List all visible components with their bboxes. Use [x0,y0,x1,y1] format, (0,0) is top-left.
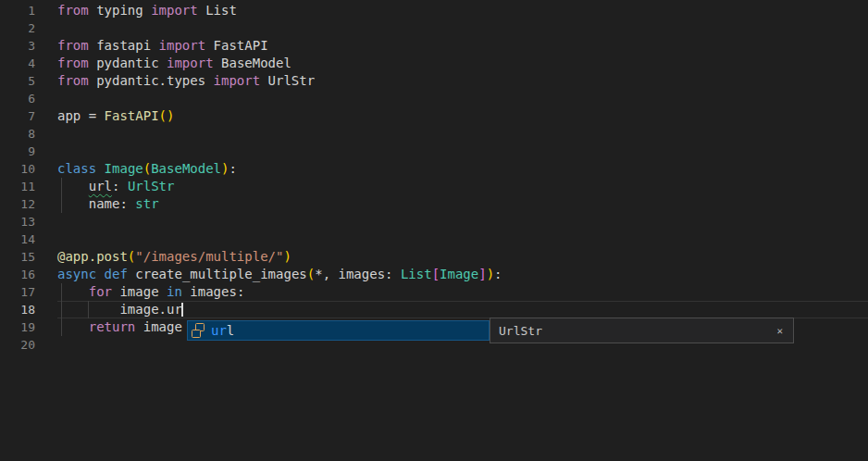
code-line: 12 name: str [0,195,868,213]
line-number[interactable]: 11 [0,178,35,195]
line-number[interactable]: 9 [0,143,35,160]
close-icon[interactable]: ✕ [775,324,785,338]
code-line: 18 image.ur [0,301,868,318]
line-number[interactable]: 5 [0,72,35,90]
line-number[interactable]: 18 [0,301,35,318]
line-number[interactable]: 13 [0,213,35,230]
code-line-text[interactable]: class Image(BaseModel): [35,160,237,178]
line-number[interactable]: 20 [0,336,35,354]
code-line-text[interactable] [35,336,57,354]
autocomplete-suggestion-url[interactable]: url [187,320,490,341]
suggestion-label: url [211,323,234,338]
code-line: 7app = FastAPI() [0,107,868,125]
field-icon [191,323,205,338]
code-line-text[interactable]: return image [35,318,182,336]
line-number[interactable]: 15 [0,248,35,266]
line-number[interactable]: 12 [0,195,35,213]
code-line-text[interactable] [35,213,57,230]
line-number[interactable]: 1 [0,2,35,19]
suggestion-details-panel: UrlStr ✕ [490,318,794,343]
code-line: 3from fastapi import FastAPI [0,37,868,55]
code-line-text[interactable]: async def create_multiple_images(*, imag… [35,266,502,283]
line-number[interactable]: 3 [0,37,35,55]
code-line-text[interactable]: from pydantic import BaseModel [35,55,291,72]
suggestion-rest-text: l [227,323,234,338]
text-cursor [181,303,183,317]
line-number[interactable]: 2 [0,19,35,37]
code-line-text[interactable]: from fastapi import FastAPI [35,37,268,55]
code-line: 11 url: UrlStr [0,178,868,195]
code-line-text[interactable]: url: UrlStr [35,178,174,195]
code-line-text[interactable] [35,143,57,160]
line-number[interactable]: 16 [0,266,35,283]
code-line-text[interactable]: for image in images: [35,283,244,301]
code-line-text[interactable]: image.ur [35,301,182,318]
code-line-text[interactable]: from pydantic.types import UrlStr [35,72,315,90]
line-number[interactable]: 19 [0,318,35,336]
code-line: 1from typing import List [0,2,868,19]
code-line-text[interactable]: from typing import List [35,2,237,19]
code-line: 17 for image in images: [0,283,868,301]
code-line: 13 [0,213,868,230]
code-line: 15@app.post("/images/multiple/") [0,248,868,266]
code-line: 10class Image(BaseModel): [0,160,868,178]
code-line-text[interactable] [35,90,57,107]
line-number[interactable]: 10 [0,160,35,178]
code-editor: 1from typing import List23from fastapi i… [0,0,868,461]
code-line-text[interactable]: @app.post("/images/multiple/") [35,248,291,266]
code-line: 5from pydantic.types import UrlStr [0,72,868,90]
code-line: 9 [0,143,868,160]
code-line: 2 [0,19,868,37]
code-line-text[interactable] [35,230,57,248]
line-number[interactable]: 6 [0,90,35,107]
code-line-text[interactable]: name: str [35,195,159,213]
suggestion-type-text: UrlStr [499,324,775,338]
line-number[interactable]: 17 [0,283,35,301]
line-number[interactable]: 4 [0,55,35,72]
code-line-text[interactable] [35,125,57,143]
code-line-text[interactable]: app = FastAPI() [35,107,174,125]
code-line: 14 [0,230,868,248]
code-line: 16async def create_multiple_images(*, im… [0,266,868,283]
line-number[interactable]: 8 [0,125,35,143]
line-number[interactable]: 7 [0,107,35,125]
code-line-text[interactable] [35,19,57,37]
code-lines: 1from typing import List23from fastapi i… [0,0,868,354]
code-line: 4from pydantic import BaseModel [0,55,868,72]
line-number[interactable]: 14 [0,230,35,248]
code-line: 8 [0,125,868,143]
suggestion-matched-text: ur [211,323,227,338]
code-line: 6 [0,90,868,107]
